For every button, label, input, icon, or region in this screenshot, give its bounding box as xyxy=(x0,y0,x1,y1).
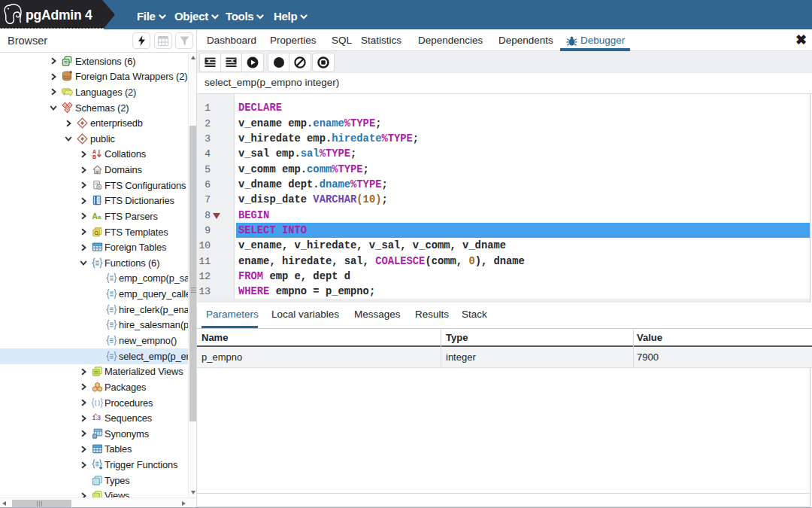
svg-text:A: A xyxy=(92,149,96,154)
svg-text:B: B xyxy=(92,154,96,160)
svg-text:a: a xyxy=(98,214,102,221)
